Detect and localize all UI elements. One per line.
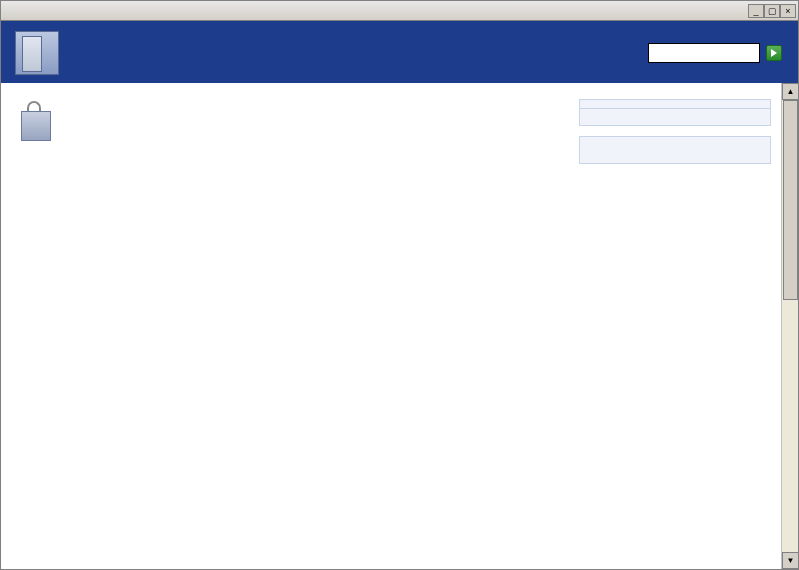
window: _ ▢ × <box>0 0 799 570</box>
roles-intro-row <box>19 99 563 147</box>
right-column <box>579 99 771 179</box>
content-wrap: ▲ ▼ <box>1 83 798 569</box>
scroll-up-button[interactable]: ▲ <box>782 83 798 100</box>
roles-header <box>19 99 359 141</box>
header-titles <box>73 52 628 54</box>
titlebar[interactable]: _ ▢ × <box>1 1 798 21</box>
minimize-button[interactable]: _ <box>748 4 764 18</box>
maximize-button[interactable]: ▢ <box>764 4 780 18</box>
scroll-down-button[interactable]: ▼ <box>782 552 798 569</box>
content <box>1 83 781 569</box>
roles-intro-actions <box>369 99 563 147</box>
roles-icon <box>19 101 57 141</box>
tools-panel-title <box>580 100 770 109</box>
header-banner <box>1 21 798 83</box>
scrollbar-thumb[interactable] <box>783 100 798 300</box>
vertical-scrollbar[interactable]: ▲ ▼ <box>781 83 798 569</box>
titlebar-buttons: _ ▢ × <box>748 4 796 18</box>
tools-panel <box>579 99 771 126</box>
search-go-button[interactable] <box>766 45 782 61</box>
roles-intro-left <box>19 99 369 147</box>
main-column <box>19 99 563 179</box>
see-also-panel <box>579 136 771 164</box>
server-icon <box>15 31 59 75</box>
main-row <box>19 99 771 179</box>
search-area <box>642 43 782 63</box>
close-button[interactable]: × <box>780 4 796 18</box>
search-input[interactable] <box>648 43 760 63</box>
